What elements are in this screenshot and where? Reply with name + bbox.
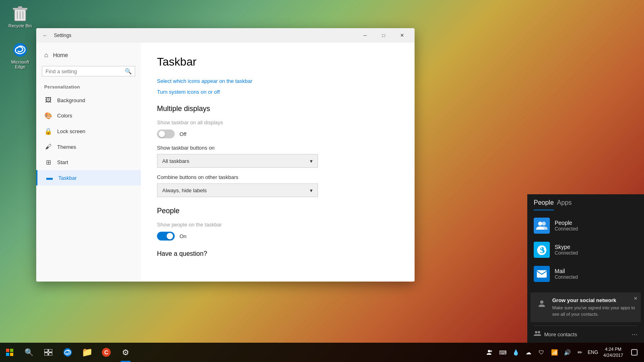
tray-people-icon[interactable] — [484, 343, 495, 362]
people-panel: People Apps People Connected — [527, 194, 644, 343]
notification-close-button[interactable]: ✕ — [634, 296, 638, 301]
show-taskbar-toggle[interactable] — [157, 130, 175, 138]
show-people-toggle-row: On — [157, 232, 398, 241]
maximize-button[interactable]: □ — [374, 28, 393, 43]
notification-title: Grow your social network — [552, 297, 636, 303]
edge-icon — [12, 42, 28, 58]
link-system-icons[interactable]: Turn system icons on or off — [157, 89, 398, 95]
search-box[interactable]: 🔍 — [42, 66, 135, 76]
tray-input-icon[interactable]: ENG — [587, 343, 599, 362]
sidebar-item-background[interactable]: 🖼 Background — [36, 93, 141, 108]
sidebar: ⌂ Home 🔍 Personalization 🖼 Background 🎨 … — [36, 43, 141, 282]
sidebar-item-themes[interactable]: 🖌 Themes — [36, 139, 141, 154]
svg-rect-16 — [6, 353, 9, 356]
sidebar-section-label: Personalization — [36, 83, 141, 93]
svg-point-13 — [538, 331, 540, 333]
people-panel-tabs: People Apps — [527, 194, 644, 210]
back-button[interactable]: ← — [39, 30, 51, 41]
taskbar-app-explorer[interactable]: 📁 — [77, 343, 97, 362]
start-icon: ⊞ — [44, 158, 52, 166]
people-contact-status: Connected — [555, 226, 638, 232]
more-contacts-label: More contacts — [544, 331, 577, 337]
tray-keyboard-icon[interactable]: ⌨ — [497, 343, 508, 362]
tray-volume-icon[interactable]: 🔊 — [561, 343, 573, 362]
search-input[interactable] — [45, 68, 125, 74]
svg-point-26 — [490, 350, 492, 352]
svg-rect-20 — [44, 353, 48, 356]
people-contact-info: People Connected — [555, 220, 638, 232]
sidebar-item-home[interactable]: ⌂ Home — [36, 47, 141, 63]
panel-more-button[interactable]: ··· — [632, 330, 638, 339]
mail-contact-name: Mail — [555, 268, 638, 274]
people-heading: People — [157, 207, 398, 215]
show-taskbar-toggle-label: Off — [180, 131, 186, 137]
notification-center-button[interactable] — [628, 343, 641, 362]
svg-rect-19 — [49, 349, 52, 352]
window-body: ⌂ Home 🔍 Personalization 🖼 Background 🎨 … — [36, 43, 415, 282]
settings-window: ← Settings ─ □ ✕ ⌂ Home 🔍 Personalizatio — [36, 28, 415, 282]
contact-row-skype[interactable]: Skype Connected — [527, 238, 644, 262]
tab-people[interactable]: People — [534, 199, 554, 210]
sidebar-item-start[interactable]: ⊞ Start — [36, 154, 141, 170]
window-title: Settings — [54, 33, 356, 38]
taskbar-clock[interactable]: 4:24 PM 4/24/2017 — [600, 346, 626, 359]
background-icon: 🖼 — [44, 97, 52, 104]
show-buttons-label: Show taskbar buttons on — [157, 145, 398, 151]
task-view-button[interactable] — [39, 343, 58, 362]
panel-footer[interactable]: More contacts ··· — [527, 326, 644, 343]
contact-row-people[interactable]: People Connected — [527, 214, 644, 238]
search-button[interactable]: 🔍 — [19, 343, 39, 362]
taskbar-app-camtasia[interactable]: C — [97, 343, 116, 362]
start-button[interactable] — [0, 343, 19, 362]
sidebar-item-lock-screen[interactable]: 🔒 Lock screen — [36, 123, 141, 139]
contact-row-mail[interactable]: Mail Connected — [527, 262, 644, 286]
link-taskbar-icons[interactable]: Select which icons appear on the taskbar — [157, 78, 398, 84]
panel-notification: ✕ Grow your social network Make sure you… — [530, 292, 641, 322]
taskbar: 🔍 📁 — [0, 343, 644, 362]
taskbar-tray: ⌨ 💧 ☁ 🛡 📶 🔊 ✏ ENG 4:24 PM 4/24/2017 — [484, 343, 644, 362]
tray-network-icon[interactable]: 📶 — [549, 343, 560, 362]
people-contact-name: People — [555, 220, 638, 226]
themes-icon: 🖌 — [44, 143, 52, 150]
taskbar-app-edge[interactable] — [58, 343, 77, 362]
desktop-icon-recycle-bin[interactable]: Recycle Bin — [4, 4, 36, 30]
taskbar-app-settings[interactable]: ⚙ — [116, 343, 135, 362]
edge-label: Microsoft Edge — [6, 60, 35, 69]
skype-contact-info: Skype Connected — [555, 244, 638, 256]
minimize-button[interactable]: ─ — [356, 28, 374, 43]
tray-cloud2-icon[interactable]: ☁ — [523, 343, 534, 362]
lock-screen-icon: 🔒 — [44, 128, 52, 135]
show-taskbar-label: Show taskbar on all displays — [157, 119, 398, 125]
colors-icon: 🎨 — [44, 112, 52, 119]
desktop-icon-edge[interactable]: Microsoft Edge — [4, 40, 36, 71]
svg-point-7 — [538, 222, 542, 226]
show-taskbar-toggle-row: Off — [157, 130, 398, 138]
combine-buttons-dropdown[interactable]: Always, hide labels ▾ — [157, 183, 318, 197]
close-button[interactable]: ✕ — [393, 28, 411, 43]
main-content: Taskbar Select which icons appear on the… — [141, 43, 415, 282]
tray-shield-icon[interactable]: 🛡 — [536, 343, 547, 362]
people-section: People Show people on the taskbar On — [157, 207, 398, 241]
taskbar-icon: ▬ — [45, 174, 54, 181]
tray-cloud1-icon[interactable]: 💧 — [510, 343, 521, 362]
recycle-bin-label: Recycle Bin — [8, 23, 32, 28]
tab-apps[interactable]: Apps — [557, 199, 572, 210]
svg-point-11 — [540, 300, 543, 304]
sidebar-item-taskbar[interactable]: ▬ Taskbar — [36, 170, 141, 185]
notification-icon — [535, 297, 548, 310]
svg-rect-18 — [44, 349, 48, 352]
show-people-toggle[interactable] — [157, 232, 175, 241]
tray-pen-icon[interactable]: ✏ — [574, 343, 586, 362]
more-contacts-icon — [534, 330, 541, 339]
page-title: Taskbar — [157, 56, 398, 68]
show-people-toggle-label: On — [180, 233, 186, 239]
have-question-heading: Have a question? — [157, 250, 398, 257]
svg-rect-2 — [18, 6, 22, 8]
show-people-label: Show people on the taskbar — [157, 222, 398, 228]
sidebar-item-colors[interactable]: 🎨 Colors — [36, 108, 141, 123]
combine-buttons-label: Combine buttons on other taskbars — [157, 174, 398, 180]
svg-rect-21 — [49, 353, 52, 356]
window-titlebar: ← Settings ─ □ ✕ — [36, 28, 415, 43]
show-buttons-dropdown[interactable]: All taskbars ▾ — [157, 154, 318, 168]
mail-avatar — [534, 266, 550, 282]
